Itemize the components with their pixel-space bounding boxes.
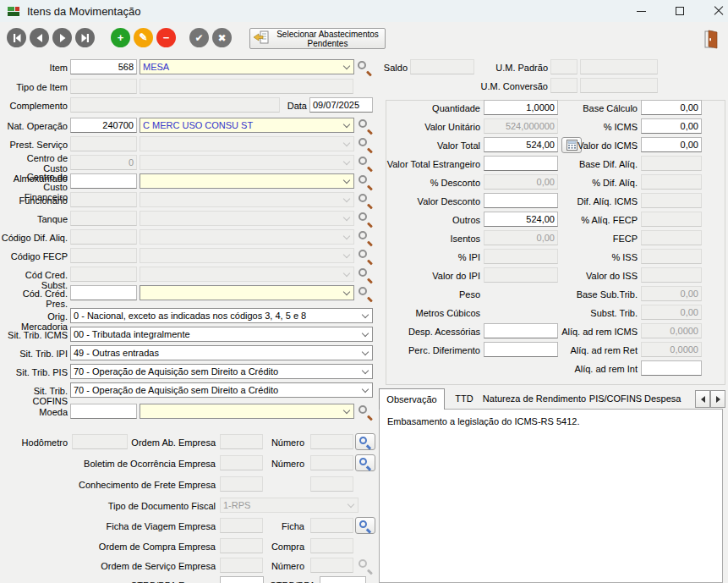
prest-servico-combo xyxy=(140,136,354,151)
centro-custo-almoxarifado-search-icon[interactable] xyxy=(358,156,374,172)
delete-button[interactable]: − xyxy=(156,28,176,47)
funcionario-search-icon[interactable] xyxy=(358,193,374,209)
moeda-combo[interactable] xyxy=(140,404,354,419)
perc-desconto-label: % Desconto xyxy=(382,178,480,188)
centro-custo-financeiro-code-field[interactable] xyxy=(70,173,137,189)
chevron-down-icon xyxy=(362,330,369,337)
tipo-item-label: Tipo de Item xyxy=(0,82,68,92)
ficha-viagem-search-button[interactable] xyxy=(355,517,375,534)
perc-dif-aliq-field xyxy=(641,174,702,190)
cod-cred-subst-code-field xyxy=(70,267,137,282)
chevron-down-icon xyxy=(343,214,350,221)
ficha-field xyxy=(310,518,353,533)
funcionario-code-field xyxy=(70,192,137,207)
boletim-numero-field xyxy=(310,455,353,470)
add-button[interactable]: + xyxy=(111,28,130,47)
tab-scroll-left-button[interactable] xyxy=(695,390,710,408)
prest-servico-search-icon[interactable] xyxy=(358,137,374,153)
application-window: { "window": { "title": "Itens da Movimen… xyxy=(0,0,728,583)
ordem-ab-search-button[interactable] xyxy=(355,433,375,450)
base-calculo-field[interactable]: 0,00 xyxy=(641,100,702,115)
perc-iss-field xyxy=(641,249,702,264)
boletim-ocorrencia-empresa-field xyxy=(220,455,263,470)
orig-mercadoria-combo[interactable]: 0 - Nacional, exceto as indicadas nos có… xyxy=(70,308,373,323)
sit-trib-pis-combo[interactable]: 70 - Operação de Aquisição sem Direito a… xyxy=(70,364,373,379)
exit-door-icon[interactable] xyxy=(703,30,720,49)
tipo-documento-fiscal-combo: 1-RPS xyxy=(220,498,359,513)
confirm-button[interactable]: ✔ xyxy=(189,28,209,47)
nat-operacao-code-field[interactable]: 240700 xyxy=(70,118,137,133)
tanque-label: Tanque xyxy=(0,214,68,224)
valor-ipi-label: Valor do IPI xyxy=(382,271,480,281)
perc-aliq-fecp-label: % Alíq. FECP xyxy=(507,215,638,225)
last-record-button[interactable] xyxy=(75,28,95,47)
valor-total-estrangeiro-label: Valor Total Estrangeiro xyxy=(382,159,480,169)
boletim-search-button[interactable] xyxy=(355,454,375,471)
tab-ttd[interactable]: TTD xyxy=(448,390,480,409)
perc-icms-field[interactable]: 0,00 xyxy=(641,118,702,134)
sit-trib-ipi-combo[interactable]: 49 - Outras entradas xyxy=(70,345,373,360)
chevron-down-icon xyxy=(343,195,350,202)
codigo-dif-aliq-search-icon[interactable] xyxy=(358,230,374,246)
first-record-icon xyxy=(12,33,22,43)
tanque-search-icon[interactable] xyxy=(358,212,374,228)
cod-cred-subst-search-icon[interactable] xyxy=(358,267,374,283)
orig-mercadoria-label: Orig. Mercadoria xyxy=(0,311,68,332)
data-field[interactable]: 09/07/2025 xyxy=(309,97,373,113)
ordem-ab-numero-label: Número xyxy=(262,437,304,448)
item-code-field[interactable]: 568 xyxy=(70,59,137,74)
valor-icms-label: Valor do ICMS xyxy=(507,140,638,151)
fecp-label: FECP xyxy=(507,234,638,244)
edit-button[interactable]: ✎ xyxy=(134,28,153,47)
chevron-down-icon xyxy=(362,386,369,393)
chevron-down-icon xyxy=(362,311,369,318)
next-record-button[interactable] xyxy=(52,28,72,47)
ctrb-ppa-field[interactable] xyxy=(320,576,366,583)
aliq-ad-rem-int-label: Alíq. ad rem Int xyxy=(507,364,638,374)
tab-observacao[interactable]: Observação xyxy=(379,388,445,410)
ordem-servico-search-icon[interactable] xyxy=(358,558,374,575)
centro-custo-almoxarifado-combo xyxy=(140,155,354,170)
ordem-servico-numero-label: Número xyxy=(262,561,304,571)
complemento-label: Complemento xyxy=(0,101,68,111)
window-title: Itens da Movimentação xyxy=(27,5,140,18)
tab-pis-cofins[interactable]: PIS/COFINS xyxy=(588,390,643,409)
cod-cred-pres-search-icon[interactable] xyxy=(358,286,374,302)
cod-cred-pres-combo[interactable] xyxy=(140,285,354,300)
chevron-down-icon xyxy=(343,121,350,128)
sit-trib-icms-combo[interactable]: 00 - Tributada integralmente xyxy=(70,327,373,342)
first-record-button[interactable] xyxy=(7,28,26,47)
aliq-ad-rem-int-field[interactable] xyxy=(641,360,702,376)
nat-operacao-search-icon[interactable] xyxy=(358,118,374,135)
tab-natureza-de-rendimento[interactable]: Natureza de Rendimento xyxy=(482,390,587,409)
centro-custo-financeiro-search-icon[interactable] xyxy=(358,174,374,190)
valor-icms-field[interactable]: 0,00 xyxy=(641,137,702,152)
codigo-fecp-search-icon[interactable] xyxy=(358,249,374,265)
valor-unitario-label: Valor Unitário xyxy=(382,122,480,132)
desp-acessorias-label: Desp. Acessórias xyxy=(382,327,480,337)
item-name-combo[interactable]: MESA xyxy=(140,59,354,74)
cod-cred-pres-code-field[interactable] xyxy=(70,285,137,300)
quantidade-label: Quantidade xyxy=(382,103,480,113)
base-sub-trib-label: Base Sub.Trib. xyxy=(507,289,638,300)
tab-despesa[interactable]: Despesa xyxy=(644,390,693,409)
um-padrao-label: U.M. Padrão xyxy=(472,63,548,73)
moeda-code-field[interactable] xyxy=(70,404,137,419)
triangle-left-icon xyxy=(701,396,705,403)
minimize-button[interactable] xyxy=(621,0,660,22)
ficha-label: Ficha xyxy=(262,521,304,531)
cancel-button[interactable]: ✖ xyxy=(212,28,232,47)
close-button[interactable] xyxy=(699,0,728,22)
maximize-button[interactable] xyxy=(660,0,699,22)
nat-operacao-combo[interactable]: C MERC USO CONSU ST xyxy=(140,118,354,133)
perc-dif-aliq-label: % Dif. Alíq. xyxy=(507,178,638,188)
maximize-icon xyxy=(676,7,684,15)
select-pending-fuelings-button[interactable]: Selecionar Abastecimentos Pendentes xyxy=(249,28,386,49)
sit-trib-cofins-combo[interactable]: 70 - Operação de Aquisição sem Direito a… xyxy=(70,382,373,398)
tab-scroll-right-button[interactable] xyxy=(710,390,725,408)
valor-iss-label: Valor do ISS xyxy=(507,271,638,281)
previous-record-button[interactable] xyxy=(30,28,49,47)
moeda-search-icon[interactable] xyxy=(358,404,374,421)
observacao-textarea[interactable]: Embasamento a legislação do ICMS-RS 5412… xyxy=(379,409,723,583)
centro-custo-financeiro-combo[interactable] xyxy=(140,173,354,189)
